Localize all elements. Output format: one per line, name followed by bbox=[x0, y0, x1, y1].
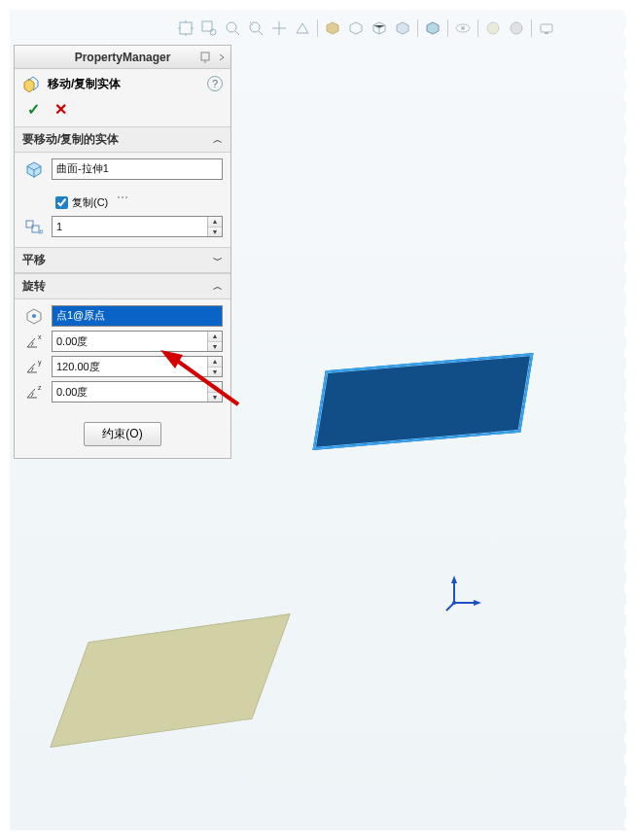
svg-rect-1 bbox=[202, 21, 212, 31]
svg-marker-12 bbox=[451, 576, 457, 583]
rotate-view-icon[interactable] bbox=[245, 18, 266, 39]
panel-titlebar: PropertyManager bbox=[15, 46, 230, 69]
constraint-button[interactable]: 约束(O) bbox=[84, 422, 160, 446]
scene-icon[interactable] bbox=[506, 18, 527, 39]
ok-button[interactable]: ✓ bbox=[24, 100, 42, 119]
svg-point-6 bbox=[461, 26, 465, 30]
model-surface-copy[interactable] bbox=[50, 613, 290, 748]
appearance-icon[interactable] bbox=[482, 18, 504, 39]
svg-point-3 bbox=[227, 22, 236, 32]
resize-grip-icon[interactable] bbox=[22, 184, 223, 192]
spin-down-icon[interactable]: ▼ bbox=[208, 393, 222, 402]
svg-text:y: y bbox=[38, 359, 42, 367]
shaded-icon[interactable] bbox=[392, 18, 413, 39]
zoom-area-icon[interactable] bbox=[198, 18, 220, 39]
body-icon bbox=[22, 158, 46, 180]
spin-up-icon[interactable]: ▲ bbox=[208, 357, 222, 368]
entity-list[interactable]: 曲面-拉伸1 bbox=[52, 158, 223, 180]
nav-arrows-icon[interactable] bbox=[217, 51, 229, 64]
section-view-icon[interactable] bbox=[292, 18, 313, 39]
chevron-down-icon: ﹀ bbox=[213, 254, 223, 267]
cancel-button[interactable]: ✕ bbox=[52, 100, 69, 119]
svg-rect-0 bbox=[180, 22, 192, 34]
section-entities-header[interactable]: 要移动/复制的实体 ︿ bbox=[15, 126, 230, 153]
svg-text:z: z bbox=[38, 384, 42, 391]
svg-text:x: x bbox=[38, 333, 42, 340]
angle-z-field[interactable]: ▲▼ bbox=[52, 381, 223, 402]
section-rotate-body: 点1@原点 x ▲▼ y ▲▼ z bbox=[15, 299, 230, 412]
angle-y-input[interactable] bbox=[53, 357, 207, 376]
command-title: 移动/复制实体 bbox=[48, 76, 201, 92]
svg-point-16 bbox=[452, 601, 456, 605]
svg-point-2 bbox=[210, 29, 216, 35]
copy-checkbox[interactable] bbox=[55, 196, 68, 209]
section-rotate-header[interactable]: 旋转 ︿ bbox=[15, 273, 230, 299]
section-translate-title: 平移 bbox=[22, 252, 46, 268]
angle-z-input[interactable] bbox=[53, 382, 207, 402]
spin-down-icon[interactable]: ▼ bbox=[208, 228, 222, 237]
spin-up-icon[interactable]: ▲ bbox=[208, 332, 222, 342]
spin-down-icon[interactable]: ▼ bbox=[208, 368, 222, 377]
copy-count-input[interactable] bbox=[53, 217, 207, 236]
model-surface-selected[interactable] bbox=[313, 353, 534, 450]
display-style-icon[interactable] bbox=[322, 18, 343, 39]
orientation-triad-icon bbox=[444, 574, 483, 612]
hide-show-icon[interactable] bbox=[452, 18, 474, 39]
zoom-fit-icon[interactable] bbox=[175, 18, 196, 39]
move-copy-body-icon bbox=[22, 75, 42, 92]
wireframe-icon[interactable] bbox=[369, 18, 390, 39]
chevron-up-icon: ︿ bbox=[213, 280, 223, 294]
angle-z-icon: z bbox=[22, 381, 46, 402]
rotate-reference-icon bbox=[22, 305, 46, 327]
svg-rect-17 bbox=[201, 52, 209, 60]
angle-y-icon: y bbox=[22, 356, 46, 377]
svg-rect-10 bbox=[545, 32, 548, 34]
confirm-row: ✓ ✕ bbox=[15, 98, 230, 126]
section-entities-title: 要移动/复制的实体 bbox=[22, 131, 119, 148]
spin-down-icon[interactable]: ▼ bbox=[208, 342, 222, 352]
pan-icon[interactable] bbox=[268, 18, 290, 39]
count-icon: # bbox=[22, 216, 46, 237]
svg-point-8 bbox=[511, 22, 522, 34]
angle-y-field[interactable]: ▲▼ bbox=[52, 356, 223, 377]
spin-up-icon[interactable]: ▲ bbox=[208, 217, 222, 228]
svg-point-7 bbox=[487, 22, 499, 34]
copy-count-field[interactable]: ▲▼ bbox=[52, 216, 223, 237]
property-manager-panel: PropertyManager 移动/复制实体 ? ✓ ✕ 要移动/复制的实体 … bbox=[14, 45, 231, 459]
hidden-lines-icon[interactable] bbox=[345, 18, 367, 39]
svg-rect-9 bbox=[541, 24, 552, 32]
svg-text:#: # bbox=[39, 228, 44, 236]
pin-icon[interactable] bbox=[199, 51, 213, 64]
section-rotate-title: 旋转 bbox=[22, 278, 46, 295]
shaded-edges-icon[interactable] bbox=[422, 18, 443, 39]
view-toolbar bbox=[175, 18, 557, 39]
rotate-reference-field[interactable]: 点1@原点 bbox=[52, 305, 223, 327]
svg-marker-14 bbox=[474, 600, 481, 606]
section-entities-body: 曲面-拉伸1 复制(C) # ▲▼ bbox=[15, 153, 230, 247]
copy-label: 复制(C) bbox=[72, 195, 108, 210]
angle-x-field[interactable]: ▲▼ bbox=[52, 331, 223, 352]
chevron-up-icon: ︿ bbox=[213, 133, 223, 147]
view-settings-icon[interactable] bbox=[536, 18, 557, 39]
help-icon[interactable]: ? bbox=[207, 76, 223, 91]
angle-x-icon: x bbox=[22, 331, 46, 352]
command-header: 移动/复制实体 ? bbox=[15, 69, 230, 98]
spin-up-icon[interactable]: ▲ bbox=[208, 382, 222, 393]
angle-x-input[interactable] bbox=[53, 332, 207, 351]
svg-point-24 bbox=[32, 314, 36, 318]
svg-point-20 bbox=[125, 196, 127, 198]
svg-point-18 bbox=[118, 196, 120, 198]
zoom-dynamic-icon[interactable] bbox=[222, 18, 243, 39]
panel-title: PropertyManager bbox=[75, 51, 171, 64]
section-translate-header[interactable]: 平移 ﹀ bbox=[15, 247, 230, 273]
svg-point-19 bbox=[122, 196, 124, 198]
